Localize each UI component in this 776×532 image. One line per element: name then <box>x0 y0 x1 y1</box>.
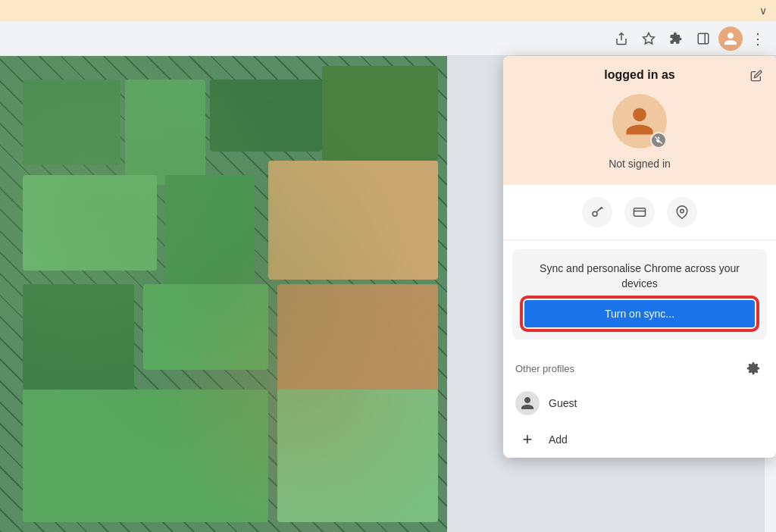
browser-toolbar: ⋮ <box>0 21 776 56</box>
sidebar-toggle-button[interactable] <box>691 27 715 51</box>
add-profile-item[interactable]: + Add <box>515 421 764 458</box>
profile-panel: logged in as <box>503 56 776 458</box>
extensions-button[interactable] <box>664 27 688 51</box>
menu-button[interactable]: ⋮ <box>746 27 770 51</box>
payments-button[interactable] <box>624 197 655 227</box>
guest-avatar-icon <box>515 391 540 415</box>
quick-actions-bar <box>503 185 776 240</box>
svg-point-7 <box>593 211 597 216</box>
profile-settings-button[interactable] <box>743 358 764 379</box>
add-profile-icon: + <box>515 427 540 452</box>
other-profiles-label: Other profiles <box>515 363 574 374</box>
svg-rect-11 <box>634 208 646 217</box>
avatar-badge <box>650 132 667 149</box>
add-profile-label: Add <box>549 433 568 446</box>
notification-bar: ∨ <box>0 0 776 21</box>
svg-rect-2 <box>698 33 709 44</box>
main-content: logged in as <box>0 56 776 532</box>
panel-title: logged in as <box>515 68 764 82</box>
profile-button[interactable] <box>718 27 743 51</box>
sync-section: Sync and personalise Chrome across your … <box>512 249 767 340</box>
avatar <box>612 94 667 149</box>
avatar-container <box>515 94 764 149</box>
svg-point-13 <box>681 209 684 213</box>
avatar-person-icon <box>623 105 656 138</box>
chevron-icon[interactable]: ∨ <box>759 5 767 17</box>
guest-profile-label: Guest <box>549 397 577 409</box>
guest-profile-item[interactable]: Guest <box>515 385 764 421</box>
svg-line-10 <box>602 208 603 209</box>
edit-profile-button[interactable] <box>746 65 767 86</box>
share-button[interactable] <box>609 27 634 51</box>
map-area <box>0 56 447 532</box>
sync-description: Sync and personalise Chrome across your … <box>524 261 755 291</box>
svg-marker-1 <box>643 33 655 43</box>
bookmark-button[interactable] <box>637 27 661 51</box>
signin-status: Not signed in <box>515 158 764 170</box>
map-background <box>0 56 447 532</box>
location-button[interactable] <box>667 197 697 227</box>
other-profiles-header: Other profiles <box>515 358 764 379</box>
turn-on-sync-button[interactable]: Turn on sync... <box>524 300 755 327</box>
panel-header: logged in as <box>503 56 776 185</box>
passwords-button[interactable] <box>582 197 612 227</box>
other-profiles-section: Other profiles Guest + Add <box>503 349 776 458</box>
